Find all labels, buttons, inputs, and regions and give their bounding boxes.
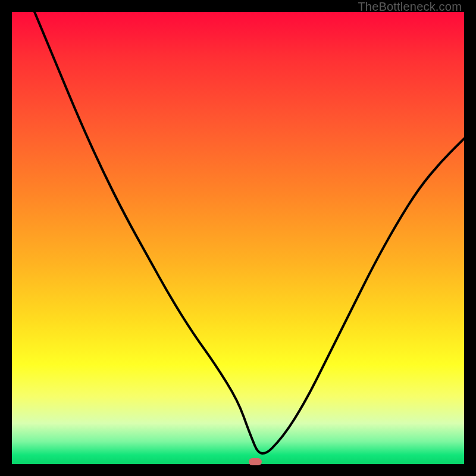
plot-area <box>12 12 464 464</box>
curve-svg <box>12 12 464 464</box>
chart-stage: TheBottleneck.com <box>0 0 476 476</box>
min-marker <box>249 458 262 465</box>
bottleneck-curve-path <box>35 12 464 453</box>
